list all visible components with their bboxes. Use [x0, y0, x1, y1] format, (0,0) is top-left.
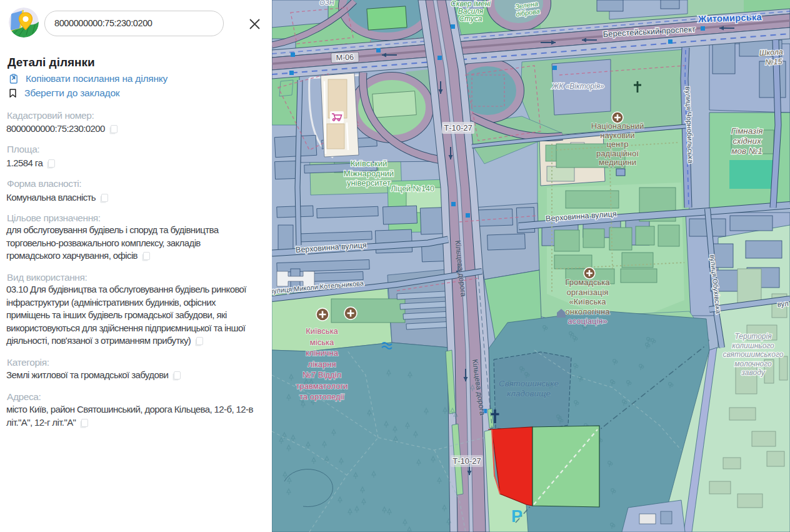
svg-text:ЖК «Вікторія»: ЖК «Вікторія»	[551, 82, 604, 91]
svg-text:центр: центр	[607, 139, 629, 149]
svg-text:вул: вул	[777, 299, 789, 308]
svg-text:Київська: Київська	[306, 326, 338, 336]
svg-text:травматологи: травматологи	[296, 381, 348, 391]
svg-text:Житомирська: Житомирська	[698, 11, 762, 24]
svg-text:Р: Р	[511, 507, 522, 526]
svg-text:святошимського: святошимського	[723, 350, 784, 359]
svg-text:Національний: Національний	[591, 121, 644, 131]
svg-text:Київський: Київський	[351, 159, 388, 168]
svg-text:науковий: науковий	[600, 131, 634, 140]
svg-text:Т-10-27: Т-10-27	[444, 123, 472, 133]
svg-text:колишнього: колишнього	[732, 341, 774, 350]
svg-text:Територія: Територія	[734, 332, 772, 341]
svg-text:заводу: заводу	[741, 368, 765, 377]
svg-text:Стуса: Стуса	[459, 14, 482, 23]
svg-text:ОЗН: ОЗН	[319, 0, 334, 6]
svg-text:№7 Відділ: №7 Відділ	[302, 370, 341, 379]
svg-text:Громадська: Громадська	[566, 278, 611, 287]
svg-text:університет: університет	[347, 178, 391, 188]
svg-text:№15: №15	[765, 57, 782, 66]
svg-text:мов №1: мов №1	[731, 146, 762, 156]
svg-text:медицини: медицини	[599, 158, 636, 167]
svg-text:Святошинське: Святошинське	[499, 379, 559, 388]
svg-text:та ортопедії: та ортопедії	[299, 392, 344, 401]
svg-text:клінична: клінична	[306, 348, 339, 358]
svg-text:«Київська: «Київська	[569, 297, 607, 306]
svg-text:Гімназія: Гімназія	[731, 126, 763, 136]
svg-text:асоціація»: асоціація»	[568, 316, 607, 326]
svg-text:східних: східних	[732, 136, 762, 146]
svg-text:молочного: молочного	[734, 359, 772, 368]
svg-text:М-06: М-06	[336, 53, 354, 63]
svg-text:організація: організація	[567, 288, 609, 297]
svg-text:Т-10-27: Т-10-27	[452, 456, 481, 466]
svg-text:радіаційної: радіаційної	[596, 149, 639, 158]
svg-text:кладовище: кладовище	[507, 389, 551, 398]
svg-text:Міжнародний: Міжнародний	[344, 169, 394, 178]
svg-text:міська: міська	[310, 338, 334, 347]
svg-text:Школа: Школа	[759, 48, 783, 58]
svg-text:лікарня: лікарня	[308, 359, 336, 369]
svg-text:онкологічна: онкологічна	[566, 307, 611, 316]
svg-text:Ліцей №140: Ліцей №140	[391, 184, 434, 193]
